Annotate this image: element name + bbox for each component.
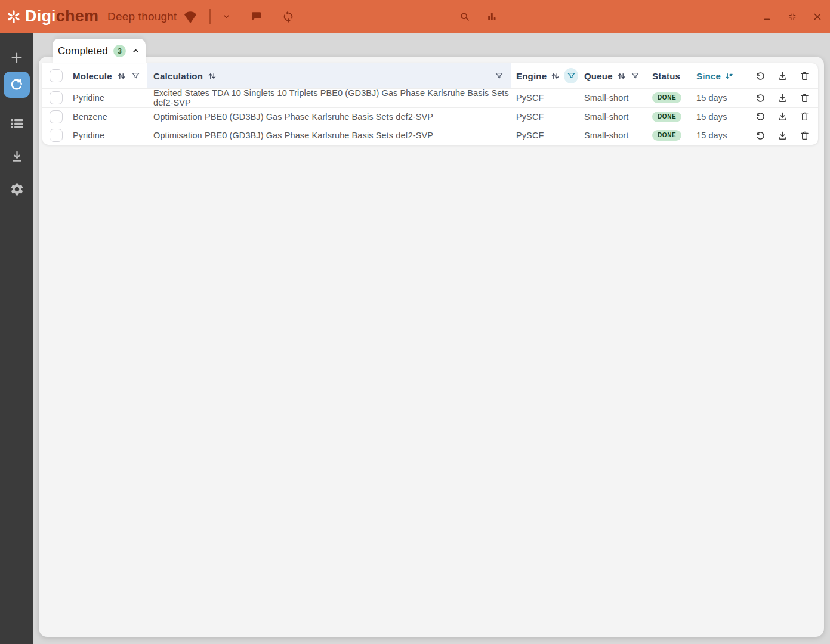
trash-icon bbox=[799, 92, 810, 104]
messages-button[interactable] bbox=[247, 7, 266, 26]
sort-engine-button[interactable] bbox=[550, 71, 560, 81]
rotate-icon bbox=[755, 130, 766, 141]
list-icon bbox=[10, 116, 24, 131]
delete-all-button[interactable] bbox=[799, 70, 810, 82]
calculation-name: Optimisation PBE0 (GD3BJ) Gas Phase Karl… bbox=[153, 112, 433, 122]
engine-name: PySCF bbox=[516, 93, 544, 103]
titlebar-divider bbox=[209, 9, 211, 24]
download-icon bbox=[777, 92, 788, 104]
row-checkbox[interactable] bbox=[50, 110, 63, 123]
app-brand: Digichem bbox=[6, 0, 98, 33]
rerun-all-button[interactable] bbox=[755, 70, 766, 82]
app-title-part2: chem bbox=[56, 7, 98, 25]
sort-queue-button[interactable] bbox=[616, 71, 627, 81]
rotate-icon bbox=[755, 70, 766, 82]
download-button[interactable] bbox=[777, 130, 788, 141]
progress-circle-icon bbox=[9, 77, 24, 92]
sidebar-item-calculation-list[interactable] bbox=[4, 110, 30, 137]
tab-completed-label: Completed bbox=[58, 45, 108, 57]
app-title-part1: Digi bbox=[25, 7, 56, 25]
molecule-name: Pyridine bbox=[73, 131, 104, 140]
download-icon bbox=[777, 111, 788, 122]
status-badge: DONE bbox=[652, 112, 681, 122]
since-value: 15 days bbox=[696, 93, 727, 103]
sync-icon bbox=[282, 10, 295, 23]
sort-arrows-icon bbox=[207, 71, 217, 81]
tab-completed[interactable]: Completed 3 bbox=[53, 39, 146, 63]
gear-icon bbox=[10, 182, 24, 197]
sort-molecule-button[interactable] bbox=[116, 71, 126, 81]
download-tray-icon bbox=[10, 149, 24, 164]
table-row[interactable]: Pyridine Excited States TDA 10 Singlets … bbox=[42, 88, 818, 107]
sidebar-item-running-calculations[interactable] bbox=[4, 72, 30, 98]
sort-arrows-icon bbox=[116, 71, 126, 81]
download-button[interactable] bbox=[777, 111, 788, 122]
status-badge: DONE bbox=[652, 92, 681, 103]
queue-name: Small-short bbox=[584, 112, 628, 122]
titlebar: Digichem Deep thought bbox=[0, 0, 830, 33]
molecule-name: Benzene bbox=[73, 112, 107, 122]
column-header-engine: Engine bbox=[516, 71, 547, 81]
since-value: 15 days bbox=[696, 112, 727, 122]
filter-calculation-button[interactable] bbox=[494, 71, 504, 81]
download-icon bbox=[777, 130, 788, 141]
delete-button[interactable] bbox=[799, 92, 810, 104]
search-icon bbox=[459, 11, 471, 23]
row-checkbox[interactable] bbox=[50, 91, 63, 104]
column-header-queue: Queue bbox=[584, 71, 613, 81]
plus-icon bbox=[10, 51, 24, 65]
delete-button[interactable] bbox=[799, 130, 810, 141]
column-header-molecule: Molecule bbox=[73, 71, 112, 81]
table-row[interactable]: Pyridine Optimisation PBE0 (GD3BJ) Gas P… bbox=[42, 126, 818, 145]
engine-name: PySCF bbox=[516, 131, 544, 140]
close-icon bbox=[812, 11, 823, 22]
sidebar-item-new[interactable] bbox=[4, 45, 30, 71]
sort-descending-icon bbox=[724, 71, 734, 81]
rerun-button[interactable] bbox=[755, 92, 766, 104]
download-all-button[interactable] bbox=[777, 70, 788, 82]
compress-icon bbox=[787, 11, 798, 22]
filter-queue-button[interactable] bbox=[630, 71, 640, 81]
trash-icon bbox=[799, 130, 810, 141]
close-button[interactable] bbox=[810, 9, 825, 24]
sort-calculation-button[interactable] bbox=[207, 71, 217, 81]
download-button[interactable] bbox=[777, 92, 788, 104]
rotate-icon bbox=[755, 111, 766, 122]
completed-calculations-table: Molecule Calculation bbox=[42, 63, 818, 145]
sort-since-active-button[interactable] bbox=[724, 71, 734, 81]
status-badge: DONE bbox=[652, 130, 681, 141]
app-logo-icon bbox=[6, 9, 21, 24]
queue-name: Small-short bbox=[584, 131, 628, 140]
refresh-all-button[interactable] bbox=[279, 8, 297, 26]
table-row[interactable]: Benzene Optimisation PBE0 (GD3BJ) Gas Ph… bbox=[42, 107, 818, 126]
chevron-up-icon bbox=[131, 47, 140, 55]
chevron-down-icon bbox=[222, 12, 231, 21]
sort-arrows-icon bbox=[550, 71, 560, 81]
minimize-button[interactable] bbox=[760, 9, 775, 24]
filter-engine-active[interactable] bbox=[564, 68, 578, 83]
project-dropdown-button[interactable] bbox=[220, 10, 233, 23]
project-name: Deep thought bbox=[107, 10, 177, 23]
table-header-row: Molecule Calculation bbox=[42, 63, 818, 88]
sidebar-item-downloads[interactable] bbox=[4, 143, 30, 169]
column-header-calculation: Calculation bbox=[153, 71, 203, 81]
row-checkbox[interactable] bbox=[50, 129, 63, 142]
search-button[interactable] bbox=[456, 8, 473, 25]
molecule-name: Pyridine bbox=[73, 93, 104, 103]
column-header-since: Since bbox=[696, 71, 721, 81]
minimize-icon bbox=[763, 11, 773, 21]
select-all-checkbox[interactable] bbox=[50, 69, 63, 82]
column-header-status: Status bbox=[652, 71, 680, 81]
funnel-icon bbox=[630, 71, 640, 81]
filter-molecule-button[interactable] bbox=[131, 71, 141, 81]
since-value: 15 days bbox=[696, 131, 727, 140]
sidebar-item-settings[interactable] bbox=[4, 176, 30, 202]
restore-window-button[interactable] bbox=[785, 9, 800, 24]
rerun-button[interactable] bbox=[755, 130, 766, 141]
project-fan-icon bbox=[183, 9, 198, 24]
delete-button[interactable] bbox=[799, 111, 810, 122]
statistics-button[interactable] bbox=[484, 8, 500, 24]
engine-name: PySCF bbox=[516, 112, 544, 122]
rotate-icon bbox=[755, 92, 766, 104]
rerun-button[interactable] bbox=[755, 111, 766, 122]
